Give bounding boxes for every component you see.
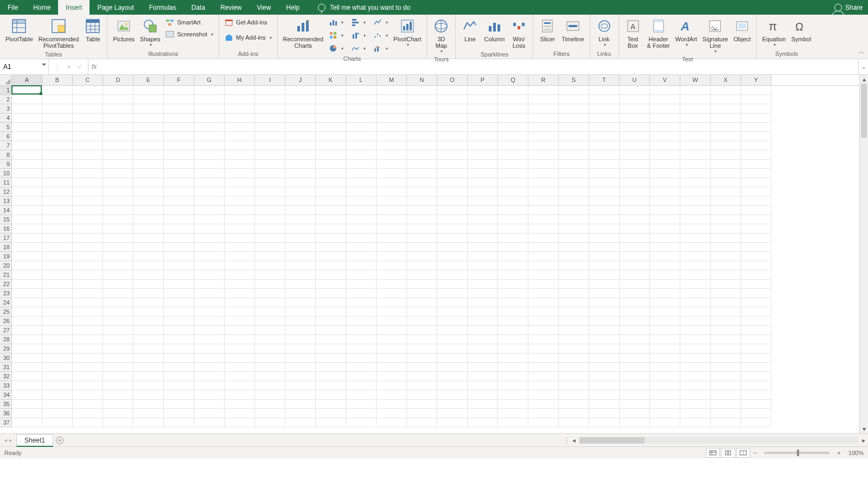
cell[interactable]: [255, 344, 285, 353]
cell[interactable]: [407, 123, 437, 132]
cell[interactable]: [42, 206, 73, 215]
cell[interactable]: [528, 280, 559, 289]
cell[interactable]: [528, 178, 559, 187]
cell[interactable]: [407, 187, 437, 197]
cell[interactable]: [255, 280, 285, 289]
cell[interactable]: [12, 335, 42, 344]
cell[interactable]: [346, 289, 376, 298]
cell[interactable]: [407, 206, 437, 215]
cell[interactable]: [194, 132, 225, 141]
cell[interactable]: [437, 363, 468, 372]
cell[interactable]: [468, 150, 498, 160]
cell[interactable]: [528, 390, 559, 400]
cell[interactable]: [42, 113, 73, 123]
cell[interactable]: [680, 353, 711, 363]
cell[interactable]: [12, 141, 42, 150]
cell[interactable]: [650, 317, 680, 326]
cell[interactable]: [680, 150, 711, 160]
cell[interactable]: [589, 178, 620, 187]
cell[interactable]: [468, 187, 498, 197]
cell[interactable]: [437, 206, 468, 215]
cell[interactable]: [559, 178, 589, 187]
cell[interactable]: [255, 252, 285, 261]
cell[interactable]: [650, 289, 680, 298]
cell[interactable]: [498, 261, 528, 270]
cell[interactable]: [620, 206, 650, 215]
menu-tab-home[interactable]: Home: [25, 0, 58, 15]
cell[interactable]: [12, 289, 42, 298]
cell[interactable]: [346, 178, 376, 187]
cell[interactable]: [12, 280, 42, 289]
equation-button[interactable]: π Equation▾: [760, 16, 788, 48]
cell[interactable]: [346, 215, 376, 224]
cell[interactable]: [741, 400, 771, 409]
row-header[interactable]: 13: [0, 197, 12, 206]
cell[interactable]: [103, 160, 133, 169]
menu-tab-data[interactable]: Data: [184, 0, 213, 15]
cell[interactable]: [620, 344, 650, 353]
cell[interactable]: [650, 307, 680, 317]
cell[interactable]: [194, 307, 225, 317]
row-header[interactable]: 37: [0, 418, 12, 427]
cell[interactable]: [620, 169, 650, 178]
cell[interactable]: [103, 233, 133, 243]
cell[interactable]: [589, 344, 620, 353]
cell[interactable]: [164, 215, 194, 224]
symbol-button[interactable]: Ω Symbol: [789, 16, 813, 43]
combo-chart-button[interactable]: ▾: [371, 42, 390, 54]
cell[interactable]: [73, 344, 103, 353]
cell[interactable]: [73, 372, 103, 381]
cell[interactable]: [407, 86, 437, 95]
cell[interactable]: [468, 132, 498, 141]
row-header[interactable]: 19: [0, 252, 12, 261]
cell[interactable]: [437, 353, 468, 363]
cell[interactable]: [559, 326, 589, 335]
cell[interactable]: [285, 335, 316, 344]
cell[interactable]: [255, 95, 285, 104]
cell[interactable]: [164, 132, 194, 141]
cell[interactable]: [468, 372, 498, 381]
cell[interactable]: [133, 104, 164, 113]
scroll-right-button[interactable]: ▸: [859, 437, 868, 444]
cell[interactable]: [103, 390, 133, 400]
cell[interactable]: [376, 187, 407, 197]
cell[interactable]: [103, 206, 133, 215]
cell[interactable]: [376, 307, 407, 317]
cell[interactable]: [42, 86, 73, 95]
cell[interactable]: [468, 243, 498, 252]
cell[interactable]: [194, 243, 225, 252]
cell[interactable]: [437, 298, 468, 307]
cell[interactable]: [103, 400, 133, 409]
cell[interactable]: [12, 252, 42, 261]
cell[interactable]: [620, 307, 650, 317]
cell[interactable]: [650, 400, 680, 409]
horizontal-scrollbar[interactable]: ⋮ ◂ ▸: [564, 434, 868, 446]
cell[interactable]: [498, 353, 528, 363]
cell[interactable]: [164, 344, 194, 353]
cell[interactable]: [437, 418, 468, 427]
column-header[interactable]: M: [376, 75, 407, 85]
cell[interactable]: [620, 233, 650, 243]
cell[interactable]: [316, 169, 346, 178]
cell[interactable]: [316, 123, 346, 132]
cell[interactable]: [589, 298, 620, 307]
sheet-nav-next[interactable]: ▸: [9, 437, 12, 443]
row-header[interactable]: 7: [0, 141, 12, 150]
cell[interactable]: [376, 298, 407, 307]
column-header[interactable]: V: [650, 75, 680, 85]
cell[interactable]: [589, 141, 620, 150]
cell[interactable]: [620, 150, 650, 160]
cell[interactable]: [225, 280, 255, 289]
cell[interactable]: [528, 206, 559, 215]
cell[interactable]: [468, 197, 498, 206]
cell[interactable]: [103, 409, 133, 418]
cell[interactable]: [12, 206, 42, 215]
cell[interactable]: [741, 317, 771, 326]
sparkline-line-button[interactable]: Line: [459, 16, 481, 43]
cell[interactable]: [194, 280, 225, 289]
cell[interactable]: [620, 197, 650, 206]
cell[interactable]: [164, 372, 194, 381]
cell[interactable]: [255, 233, 285, 243]
cell[interactable]: [103, 326, 133, 335]
cell[interactable]: [42, 353, 73, 363]
